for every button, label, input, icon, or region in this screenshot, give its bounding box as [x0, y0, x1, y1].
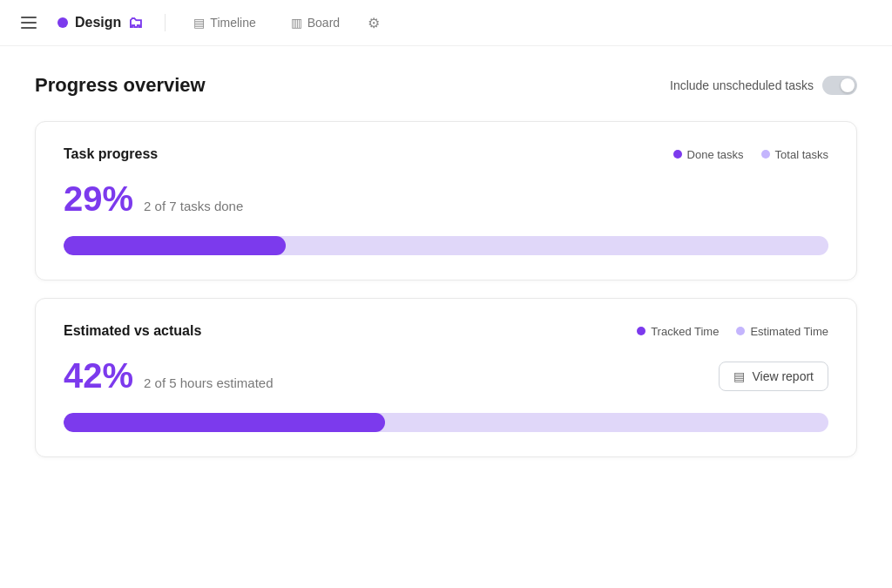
settings-icon[interactable]: ⚙: [368, 15, 380, 31]
task-progress-description: 2 of 7 tasks done: [144, 199, 243, 213]
estimated-percent-info: 42% 2 of 5 hours estimated: [64, 356, 273, 395]
tab-timeline-label: Timeline: [210, 16, 255, 30]
estimated-percent: 42%: [64, 356, 133, 395]
view-report-label: View report: [752, 369, 814, 383]
task-progress-bar-fill: [64, 236, 286, 255]
estimated-description: 2 of 5 hours estimated: [144, 375, 273, 390]
task-progress-card-header: Task progress Done tasks Total tasks: [64, 146, 828, 162]
view-report-button[interactable]: ▤ View report: [719, 362, 828, 391]
project-name[interactable]: Design 🗂: [57, 14, 144, 32]
estimated-percent-row: 42% 2 of 5 hours estimated ▤ View report: [64, 356, 828, 395]
tab-board[interactable]: ▥ Board: [284, 12, 347, 33]
toggle-area: Include unscheduled tasks: [670, 76, 857, 95]
tracked-time-legend-item: Tracked Time: [637, 325, 719, 338]
tracked-time-dot: [637, 327, 645, 335]
done-tasks-dot: [673, 150, 682, 159]
tab-timeline[interactable]: ▤ Timeline: [186, 12, 262, 33]
done-tasks-legend-item: Done tasks: [673, 148, 744, 161]
timeline-icon: ▤: [193, 16, 205, 30]
task-progress-percent-info: 29% 2 of 7 tasks done: [64, 179, 243, 219]
nav-divider: [165, 14, 166, 31]
total-tasks-label: Total tasks: [775, 148, 828, 161]
task-progress-title: Task progress: [64, 146, 158, 162]
briefcase-icon: 🗂: [128, 14, 144, 32]
tracked-time-label: Tracked Time: [651, 325, 719, 338]
estimated-actuals-card-header: Estimated vs actuals Tracked Time Estima…: [64, 323, 828, 339]
estimated-actuals-legend: Tracked Time Estimated Time: [637, 325, 828, 338]
report-icon: ▤: [733, 369, 745, 383]
board-icon: ▥: [291, 16, 302, 30]
main-content: Progress overview Include unscheduled ta…: [0, 46, 892, 503]
task-progress-bar-background: [64, 236, 828, 255]
estimated-time-label: Estimated Time: [750, 325, 828, 338]
task-progress-legend: Done tasks Total tasks: [673, 148, 828, 161]
estimated-progress-bar-background: [64, 413, 828, 432]
estimated-time-dot: [736, 327, 745, 335]
project-color-dot: [57, 17, 68, 28]
task-progress-percent-row: 29% 2 of 7 tasks done: [64, 179, 828, 219]
toggle-label: Include unscheduled tasks: [670, 78, 814, 92]
page-title: Progress overview: [35, 74, 206, 97]
task-progress-percent: 29%: [64, 179, 133, 219]
tab-board-label: Board: [307, 16, 340, 30]
done-tasks-label: Done tasks: [687, 148, 744, 161]
task-progress-card: Task progress Done tasks Total tasks 29%…: [35, 121, 857, 280]
total-tasks-dot: [761, 150, 770, 159]
page-header: Progress overview Include unscheduled ta…: [35, 74, 857, 97]
estimated-actuals-card: Estimated vs actuals Tracked Time Estima…: [35, 298, 857, 457]
top-navigation: Design 🗂 ▤ Timeline ▥ Board ⚙: [0, 0, 892, 46]
hamburger-menu[interactable]: [21, 17, 37, 29]
total-tasks-legend-item: Total tasks: [761, 148, 828, 161]
estimated-progress-bar-fill: [64, 413, 385, 432]
project-label: Design: [75, 15, 121, 30]
estimated-actuals-title: Estimated vs actuals: [64, 323, 201, 339]
estimated-time-legend-item: Estimated Time: [736, 325, 828, 338]
unscheduled-tasks-toggle[interactable]: [822, 76, 857, 95]
